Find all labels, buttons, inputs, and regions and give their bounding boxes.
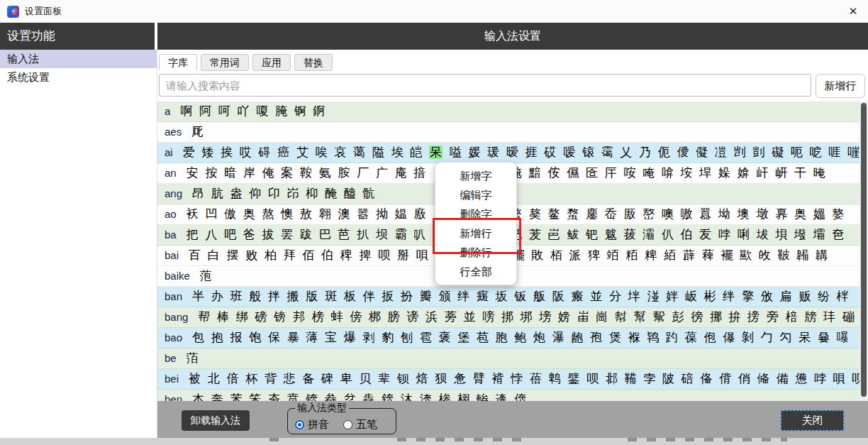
sidebar-header: 设置功能 [0,23,156,50]
settings-panel-window: 设置面板 ✕ 设置功能 输入法设置 输入法 系统设置 字库常用词应用替换 新增行… [0,0,868,445]
row-characters: 爱 矮 挨 哎 碍 癌 艾 唉 哀 蔼 隘 埃 皑 呆 嗌 媛 瑗 暧 捱 砹 … [183,145,859,159]
radio-unselected-icon[interactable] [343,420,352,429]
row-characters: 帮 棒 绑 磅 镑 邦 榜 蚌 傍 梆 膀 谤 浜 蒡 並 嗙 挷 垹 塝 嫎 … [198,310,855,324]
search-row: 新增行 [159,74,865,98]
background-window-remnant [0,438,868,445]
pinyin-label: baike [165,266,190,286]
ime-type-group: 拼音五笔 [295,418,389,432]
context-menu-item-删除行[interactable]: 删除行 [435,243,516,262]
tab-bar: 字库常用词应用替换 [159,54,336,71]
pinyin-label: bai [165,246,179,265]
table-row-be[interactable]: be萡 [157,348,868,369]
tab-替换[interactable]: 替换 [294,54,333,71]
pinyin-label: aes [165,122,182,142]
selected-character[interactable]: 呆 [429,145,443,159]
pinyin-label: bao [165,328,182,348]
pinyin-label: ben [165,390,182,401]
radio-selected-icon[interactable] [295,420,304,429]
pinyin-label: a [165,101,170,121]
uninstall-ime-button[interactable]: 卸载输入法 [182,410,250,431]
radio-五笔[interactable]: 五笔 [343,418,377,432]
context-menu-item-编辑字[interactable]: 编辑字 [435,185,516,204]
row-characters: 包 抱 报 饱 保 暴 薄 宝 爆 剥 豹 刨 雹 褒 堡 苞 胞 鲍 炮 瀑 … [192,331,849,344]
table-row-ben[interactable]: ben本 奔 苯 笨 夯 贲 锛 畚 坌 犇 錛 泍 渀 桳 翉 輽 逩 倴 [157,390,868,401]
pinyin-label: bang [165,307,188,327]
background-window-text-fragment [628,438,787,441]
pinyin-label: ba [165,225,177,245]
radio-label: 拼音 [308,418,329,432]
table-row-bao[interactable]: bao包 抱 报 饱 保 暴 薄 宝 爆 剥 豹 刨 雹 褒 堡 苞 胞 鲍 炮… [157,328,868,348]
pinyin-label: an [165,163,177,183]
add-row-button[interactable]: 新增行 [816,74,865,98]
sidebar-item-input-method[interactable]: 输入法 [0,50,157,68]
table-row-ban[interactable]: ban半 办 班 般 拌 搬 版 斑 板 伴 扳 扮 瓣 颁 绊 癍 坂 钣 舨… [157,287,868,307]
table-row-a[interactable]: a啊 阿 呵 吖 嗄 腌 锕 錒 [157,101,868,122]
tab-字库[interactable]: 字库 [159,54,197,71]
row-characters: 本 奔 苯 笨 夯 贲 锛 畚 坌 犇 錛 泍 渀 桳 翉 輽 逩 倴 [192,392,526,401]
context-menu-item-删除字[interactable]: 删除字 [435,204,516,224]
ime-type-groupbox: 输入法类型 拼音五笔 [287,402,396,434]
vertical-scrollbar[interactable] [859,101,868,401]
row-characters: 被 北 倍 杯 背 悲 备 碑 卑 贝 辈 钡 焙 狈 惫 臂 褙 悖 蓓 鹎 … [189,372,864,385]
window-close-icon[interactable]: ✕ [842,2,864,21]
row-characters: 萡 [187,351,199,365]
row-characters: 半 办 班 般 拌 搬 版 斑 板 伴 扳 扮 瓣 颁 绊 癍 坂 钣 舨 阪 … [192,290,849,303]
sidebar: 输入法 系统设置 [0,50,157,438]
table-row-aes[interactable]: aes厑 [157,122,868,143]
app-logo-icon [7,6,19,18]
page-title: 输入法设置 [157,23,868,50]
context-menu-item-行全部[interactable]: 行全部 [435,262,516,281]
row-characters: 萢 [200,269,212,282]
window-title: 设置面板 [25,5,62,18]
pinyin-label: be [165,348,177,368]
ime-type-group-label: 输入法类型 [295,402,349,414]
context-menu: 新增字编辑字删除字新增行删除行行全部 [435,162,517,285]
row-characters: 昂 肮 盎 仰 卬 岇 枊 醃 醠 骯 [192,187,375,200]
context-menu-item-新增行[interactable]: 新增行 [435,224,516,243]
tab-应用[interactable]: 应用 [252,54,291,71]
title-bar: 设置面板 ✕ [0,0,868,23]
radio-label: 五笔 [356,418,377,432]
pinyin-label: ao [165,204,177,224]
pinyin-label: ai [165,143,173,163]
background-window-text-fragment [397,438,528,441]
close-button[interactable]: 关闭 [781,410,844,431]
table-row-bang[interactable]: bang帮 棒 绑 磅 镑 邦 榜 蚌 傍 梆 膀 谤 浜 蒡 並 嗙 挷 垹 … [157,307,868,328]
row-characters: 啊 阿 呵 吖 嗄 腌 锕 錒 [180,104,325,118]
pinyin-label: ban [165,287,182,307]
pinyin-label: bei [165,369,179,389]
context-menu-item-新增字[interactable]: 新增字 [435,166,516,185]
table-row-bei[interactable]: bei被 北 倍 杯 背 悲 备 碑 卑 贝 辈 钡 焙 狈 惫 臂 褙 悖 蓓… [157,369,868,390]
tab-常用词[interactable]: 常用词 [201,54,249,71]
search-input[interactable] [159,74,811,97]
scrollbar-thumb[interactable] [861,103,867,397]
row-characters: 厑 [191,125,204,138]
background-window-text-fragment [269,438,285,441]
table-row-ai[interactable]: ai爱 矮 挨 哎 碍 癌 艾 唉 哀 蔼 隘 埃 皑 呆 嗌 媛 瑗 暧 捱 … [157,143,868,163]
radio-拼音[interactable]: 拼音 [295,418,329,432]
bottom-bar: 卸载输入法 输入法类型 拼音五笔 关闭 [157,401,868,438]
pinyin-label: ang [165,184,182,204]
sidebar-item-system-settings[interactable]: 系统设置 [0,68,157,87]
